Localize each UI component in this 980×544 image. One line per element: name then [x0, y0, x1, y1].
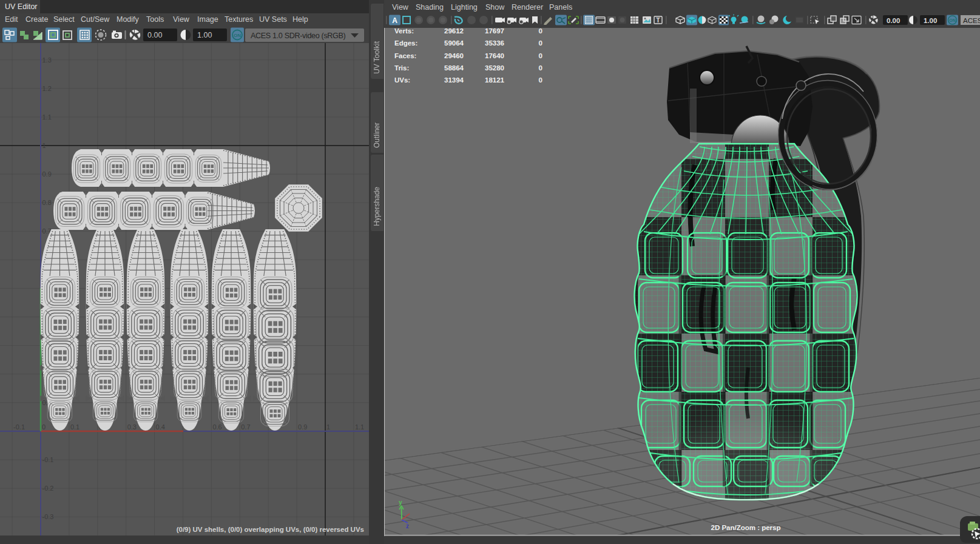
svg-text:1: 1: [326, 423, 330, 431]
svg-text:-0.3: -0.3: [42, 513, 54, 520]
svg-text:Faces:: Faces:: [394, 52, 416, 59]
svg-text:0: 0: [539, 39, 542, 47]
svg-text:1.1: 1.1: [355, 423, 364, 431]
svg-text:0.8: 0.8: [42, 199, 52, 206]
svg-text:1: 1: [42, 142, 46, 149]
svg-text:1.00: 1.00: [197, 31, 212, 39]
svg-text:1.00: 1.00: [924, 17, 937, 24]
svg-text:35336: 35336: [485, 39, 504, 47]
svg-text:31394: 31394: [444, 76, 464, 84]
svg-text:-0.2: -0.2: [42, 485, 54, 492]
svg-text:2D Pan/Zoom : persp: 2D Pan/Zoom : persp: [711, 524, 780, 531]
svg-text:z: z: [406, 523, 409, 529]
svg-text:1.2: 1.2: [42, 85, 52, 92]
svg-text:18121: 18121: [485, 76, 505, 84]
svg-text:17640: 17640: [485, 52, 504, 59]
svg-text:0.4: 0.4: [156, 423, 165, 431]
svg-text:0.00: 0.00: [147, 31, 162, 39]
svg-text:0.7: 0.7: [241, 423, 250, 431]
svg-text:T: T: [656, 16, 660, 24]
svg-text:35280: 35280: [485, 64, 504, 72]
svg-text:Verts:: Verts:: [394, 28, 414, 35]
svg-text:-0.1: -0.1: [13, 423, 25, 431]
svg-text:58864: 58864: [444, 64, 464, 72]
svg-text:0.3: 0.3: [127, 423, 137, 431]
svg-text:-0.1: -0.1: [42, 456, 54, 463]
svg-text:0.1: 0.1: [70, 423, 79, 431]
svg-text:1.1: 1.1: [42, 113, 52, 121]
svg-text:(0/9) UV shells, (0/0) overlap: (0/9) UV shells, (0/0) overlapping UVs, …: [177, 526, 364, 533]
svg-text:ON: ON: [949, 18, 956, 22]
svg-text:ON: ON: [234, 33, 241, 38]
svg-text:0: 0: [539, 64, 542, 72]
svg-text:29612: 29612: [444, 28, 464, 35]
svg-text:59064: 59064: [444, 39, 464, 47]
svg-text:29460: 29460: [444, 52, 464, 59]
svg-text:0.00: 0.00: [887, 17, 900, 24]
svg-text:y: y: [399, 499, 402, 506]
svg-text:0.9: 0.9: [42, 170, 52, 178]
svg-text:A: A: [392, 16, 397, 25]
svg-text:0: 0: [539, 28, 542, 35]
svg-text:0.6: 0.6: [212, 423, 221, 431]
svg-text:0.9: 0.9: [298, 423, 307, 431]
svg-text:Tris:: Tris:: [394, 64, 409, 72]
svg-text:1.3: 1.3: [42, 56, 52, 64]
svg-text:17697: 17697: [485, 28, 504, 35]
svg-text:Edges:: Edges:: [394, 39, 417, 47]
svg-text:0: 0: [42, 423, 46, 431]
svg-text:ACES 1.0 SDR-video (sRGB): ACES 1.0 SDR-video (sRGB): [251, 32, 346, 40]
svg-text:UVs:: UVs:: [394, 76, 410, 84]
svg-text:0: 0: [539, 76, 542, 84]
svg-text:ACES 1: ACES 1: [963, 17, 980, 24]
svg-text:0: 0: [539, 52, 542, 59]
